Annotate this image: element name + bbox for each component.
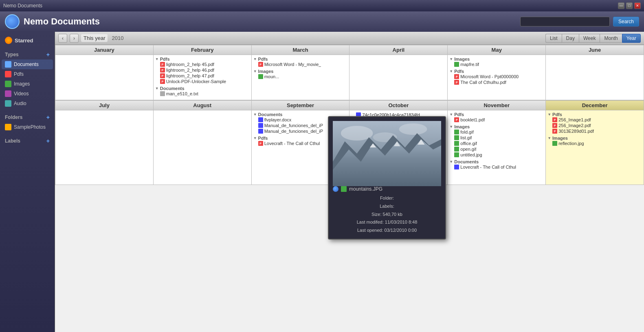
collapse-icon: ▼ — [449, 160, 453, 164]
preview-size-label: Size: — [371, 212, 381, 217]
labels-add-button[interactable]: + — [46, 138, 50, 144]
header-bar: Nemo Documents Search — [0, 11, 644, 32]
list-item[interactable]: fold.gif — [449, 129, 544, 135]
february-pdfs-header[interactable]: ▼ Pdfs — [155, 57, 250, 62]
doc-file-icon — [454, 165, 459, 169]
list-item[interactable]: PUnlock-PDF-Unlocker-Sample — [155, 79, 250, 84]
nav-next-button[interactable]: › — [70, 34, 79, 43]
list-item[interactable]: list.gif — [449, 135, 544, 141]
list-item[interactable]: PMicrosoft Word - Ppt0000000 — [449, 74, 544, 79]
dec-images-header[interactable]: ▼ Images — [547, 136, 642, 141]
pdf-file-icon: P — [552, 129, 557, 134]
march-pdfs-header[interactable]: ▼ Pdfs — [253, 57, 348, 62]
cell-february: ▼ Pdfs Plightroom_2_help 45.pdf Plightro… — [153, 55, 251, 100]
collapse-icon: ▼ — [155, 86, 159, 90]
section-label: Documents — [160, 86, 185, 91]
cell-june — [546, 55, 644, 100]
collapse-icon: ▼ — [253, 57, 257, 61]
list-item[interactable]: untitled.jpg — [449, 152, 544, 158]
dec-pdfs-header[interactable]: ▼ Pdfs — [547, 112, 642, 117]
list-item[interactable]: mapfre.tif — [449, 62, 544, 67]
nov-docs-header[interactable]: ▼ Documents — [449, 159, 544, 164]
collapse-icon: ▼ — [155, 57, 159, 61]
tab-year[interactable]: Year — [622, 34, 641, 43]
pdf-file-icon: P — [454, 117, 459, 122]
preview-folder-label: Folder: — [380, 196, 394, 200]
sidebar-item-images[interactable]: Images — [2, 79, 53, 89]
nav-prev-button[interactable]: ‹ — [58, 34, 67, 43]
collapse-icon: ▼ — [449, 69, 453, 73]
pdf-file-icon: P — [258, 141, 263, 146]
gif-file-icon — [454, 147, 459, 152]
list-item[interactable]: PThe Call of Cthulhu.pdf — [449, 79, 544, 85]
gif-file-icon — [454, 135, 459, 140]
pdf-file-icon: P — [160, 68, 165, 73]
img-file-icon — [454, 152, 459, 157]
list-item[interactable]: P3013E289d01.pdf — [547, 128, 642, 134]
app-title: Nemo Documents — [24, 16, 100, 27]
section-label: Images — [454, 57, 470, 62]
sidebar-item-pdfs[interactable]: Pdfs — [2, 69, 53, 79]
nov-images-header[interactable]: ▼ Images — [449, 124, 544, 129]
february-pdfs: ▼ Pdfs Plightroom_2_help 45.pdf Plightro… — [155, 57, 250, 84]
col-august: August — [153, 101, 251, 110]
section-label: Documents — [454, 159, 479, 164]
list-item[interactable]: Plightroom_2_help 45.pdf — [155, 62, 250, 67]
star-icon — [5, 37, 12, 44]
sidebar-item-audio[interactable]: Audio — [2, 99, 53, 108]
starred-item[interactable]: Starred — [2, 35, 53, 46]
may-images-header[interactable]: ▼ Images — [449, 57, 544, 62]
preview-title: mountains.JPG — [333, 186, 441, 192]
tab-day[interactable]: Day — [562, 34, 579, 43]
section-label: Pdfs — [454, 69, 464, 74]
close-button[interactable]: ✕ — [634, 2, 641, 9]
labels-header: Labels + — [2, 136, 53, 146]
window-controls: — □ ✕ — [618, 2, 641, 9]
list-item[interactable]: moun... — [253, 74, 348, 79]
list-item[interactable]: office.gif — [449, 141, 544, 146]
types-add-button[interactable]: + — [46, 51, 50, 58]
list-item[interactable]: P256_Image1.pdf — [547, 117, 642, 123]
header-row-2: July August September October November D… — [55, 101, 644, 110]
cell-december: ▼ Pdfs P256_Image1.pdf P256_Image2.pdf P… — [546, 110, 644, 185]
search-input[interactable] — [520, 17, 610, 26]
preview-opened-label: Last opened: — [357, 228, 383, 233]
tab-list[interactable]: List — [545, 34, 562, 43]
preview-filename: mountains.JPG — [349, 186, 382, 192]
minimize-button[interactable]: — — [618, 2, 624, 9]
march-images-header[interactable]: ▼ Images — [253, 69, 348, 74]
search-button[interactable]: Search — [613, 17, 639, 26]
sidebar-item-samplephotos[interactable]: SamplePhotos — [2, 122, 53, 132]
list-item[interactable]: open.gif — [449, 146, 544, 152]
app-logo-icon — [5, 14, 20, 29]
document-icon — [5, 61, 11, 68]
list-item[interactable]: PMicrosoft Word - My_movie_ — [253, 62, 348, 67]
tab-month[interactable]: Month — [600, 34, 622, 43]
nov-pdfs-header[interactable]: ▼ Pdfs — [449, 112, 544, 117]
section-label: Pdfs — [258, 57, 268, 62]
preview-size-value: 540,70 kb — [383, 212, 402, 217]
list-item[interactable]: reflection.jpg — [547, 141, 642, 146]
february-docs-header[interactable]: ▼ Documents — [155, 86, 250, 91]
labels-section: Labels + — [2, 136, 53, 146]
list-item[interactable]: Plightroom_2_help 46.pdf — [155, 67, 250, 73]
nov-pdfs: ▼ Pdfs Pbooklet1.pdf — [449, 112, 544, 123]
sidebar-item-videos[interactable]: Videos — [2, 89, 53, 99]
tab-week[interactable]: Week — [579, 34, 600, 43]
folders-add-button[interactable]: + — [46, 114, 50, 121]
col-november: November — [448, 101, 546, 110]
maximize-button[interactable]: □ — [626, 2, 633, 9]
list-item[interactable]: P256_Image2.pdf — [547, 123, 642, 128]
col-march: March — [251, 45, 349, 55]
list-item[interactable]: Plightroom_2_help 47.pdf — [155, 73, 250, 79]
section-label: Documents — [258, 112, 283, 117]
sidebar-item-documents[interactable]: Documents — [2, 59, 53, 69]
list-item[interactable]: Lovecraft - The Call of Cthul — [449, 164, 544, 170]
list-item[interactable]: man_e510_e.txt — [155, 91, 250, 97]
cell-july — [55, 110, 154, 185]
section-label: Images — [552, 136, 568, 141]
pdf-file-icon: P — [160, 73, 165, 78]
list-item[interactable]: Pbooklet1.pdf — [449, 117, 544, 123]
may-pdfs-header[interactable]: ▼ Pdfs — [449, 69, 544, 74]
pdf-file-icon: P — [160, 62, 165, 67]
